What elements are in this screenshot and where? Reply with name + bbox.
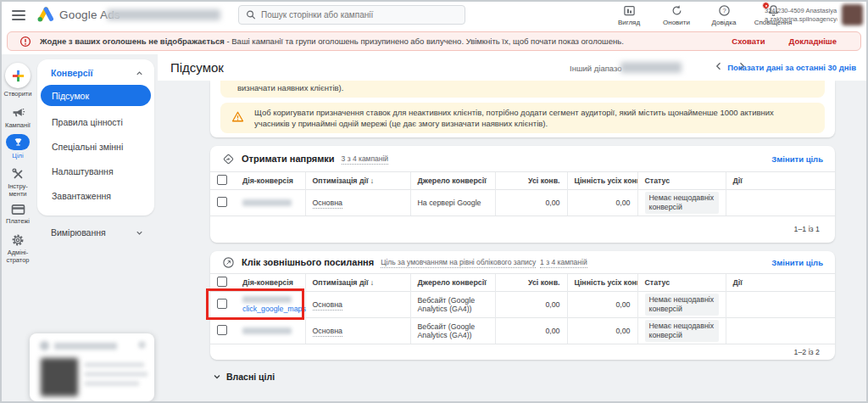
redacted-popup-card (30, 333, 154, 401)
col-conversion-action[interactable]: Дія-конверсія (236, 274, 305, 292)
account-info[interactable]: 324-230-4509 Anastasiya Zak.. a.zakharin… (765, 7, 837, 24)
status-badge: Немає нещодавніх конверсій (645, 294, 719, 316)
conversions-submenu: Конверсії Підсумок Правила цінності Спец… (37, 59, 154, 215)
select-all-checkbox[interactable] (217, 277, 227, 287)
pagination-label: 1–1 із 1 (794, 225, 820, 233)
table-header-row: Дія-конверсія Оптимізація дії ↓ Джерело … (210, 172, 835, 190)
campaigns-count-link[interactable]: 1 з 4 кампаній (540, 258, 587, 268)
col-conversion-value[interactable]: Цінність усіх конв. (567, 172, 637, 190)
col-conversion-value[interactable]: Цінність усіх конв. (567, 274, 637, 292)
page-title: Підсумок (170, 60, 224, 75)
col-conversion-action[interactable]: Дія-конверсія (236, 172, 305, 190)
default-goal-link[interactable]: Ціль за умовчанням на рівні облікового з… (381, 258, 536, 268)
col-all-conversions[interactable]: Усі конв. (495, 172, 567, 190)
conversion-name-link[interactable]: click_google_maps (242, 305, 298, 313)
redacted-account-name (107, 9, 220, 20)
goal-card-outbound-click: Клік зовнішнього посилання Ціль за умовч… (210, 251, 835, 360)
conversions-table: Дія-конверсія Оптимізація дії ↓ Джерело … (210, 273, 835, 344)
avatar[interactable] (842, 4, 863, 25)
pagination: 1–1 із 1 (210, 215, 835, 242)
warning-triangle-icon (231, 110, 244, 123)
redacted-date-range (620, 62, 682, 73)
menu-icon[interactable] (12, 10, 25, 20)
row-checkbox[interactable] (217, 325, 227, 335)
select-all-checkbox[interactable] (217, 175, 227, 185)
goals-trophy-icon (14, 137, 23, 147)
redacted-qr-code (41, 358, 78, 396)
submenu-section-measurement[interactable]: Вимірювання (37, 222, 154, 243)
date-range-label[interactable]: Інший діапазо (570, 64, 622, 73)
view-label: Вигляд (618, 19, 640, 26)
submenu-item-custom-variables[interactable]: Спеціальні змінні (37, 134, 154, 159)
col-optimization[interactable]: Оптимізація дії ↓ (305, 172, 410, 190)
search-icon (246, 9, 256, 20)
sidebar-item-goals[interactable]: Цілі (0, 134, 36, 160)
row-checkbox[interactable] (217, 197, 227, 207)
campaigns-count-link[interactable]: 3 з 4 кампаній (342, 154, 389, 165)
sort-descending-icon[interactable]: ↓ (370, 278, 374, 287)
notice-audience-warning: Щоб коригувати призначення ставок для не… (220, 103, 825, 133)
show-last-30-days-link[interactable]: Показати дані за останні 30 днів (727, 63, 856, 72)
refresh-label: Оновити (663, 19, 690, 26)
optimization-value[interactable]: Основна (313, 327, 342, 337)
help-label: Довідка (712, 19, 737, 26)
col-status[interactable]: Статус (637, 274, 726, 292)
chevron-down-icon (212, 372, 222, 382)
tools-label: Інстру-менти (8, 182, 28, 199)
goals-label: Цілі (12, 152, 23, 160)
goals-selected-pill (6, 134, 30, 150)
billing-label: Платежі (6, 217, 30, 225)
sidebar-item-campaigns[interactable]: Кампанії (0, 105, 36, 129)
hide-alert-button[interactable]: Сховати (732, 36, 765, 46)
sidebar-item-tools[interactable]: Інстру-менти (0, 167, 36, 199)
col-status[interactable]: Статус (637, 172, 726, 190)
search-box[interactable] (238, 5, 465, 25)
sort-descending-icon[interactable]: ↓ (370, 176, 374, 185)
optimization-value[interactable]: Основна (313, 300, 342, 311)
col-source[interactable]: Джерело конверсії (410, 172, 495, 190)
conversions-table: Дія-конверсія Оптимізація дії ↓ Джерело … (210, 171, 835, 215)
custom-goals-label: Власні цілі (226, 372, 275, 382)
page-header: Підсумок Інший діапазо Показати дані за … (158, 54, 868, 81)
date-prev-button[interactable] (714, 61, 724, 71)
row-checkbox[interactable] (217, 299, 227, 309)
sidebar-item-billing[interactable]: Платежі (0, 204, 36, 225)
chevron-up-icon (135, 69, 144, 78)
search-input[interactable] (261, 10, 458, 20)
optimization-value[interactable]: Основна (313, 199, 342, 209)
directions-icon (222, 153, 235, 165)
view-button[interactable]: Вигляд (607, 4, 651, 26)
change-goal-link[interactable]: Змінити ціль (771, 154, 823, 164)
col-all-conversions[interactable]: Усі конв. (495, 274, 567, 292)
custom-goals-toggle[interactable]: Власні цілі (212, 372, 275, 382)
table-row-click-google-maps[interactable]: click_google_maps Основна Вебсайт (Googl… (210, 292, 835, 318)
create-button[interactable]: Створити (0, 63, 36, 98)
submenu-item-summary[interactable]: Підсумок (41, 85, 151, 106)
refresh-icon (670, 4, 683, 17)
redacted-popup-text (85, 362, 144, 367)
change-goal-link[interactable]: Змінити ціль (771, 258, 823, 267)
campaigns-label: Кампанії (5, 121, 31, 129)
all-conversions-value: 0,00 (495, 318, 567, 344)
col-source[interactable]: Джерело конверсії (410, 274, 495, 292)
redacted-conversion-name (242, 199, 292, 206)
submenu-item-value-rules[interactable]: Правила цінності (37, 109, 154, 134)
table-row[interactable]: Основна На сервері Google 0,00 0,00 Нема… (210, 190, 835, 216)
refresh-button[interactable]: Оновити (654, 4, 698, 26)
submenu-item-uploads[interactable]: Завантаження (37, 183, 154, 208)
help-button[interactable]: ? Довідка (702, 4, 746, 26)
all-conversions-value: 0,00 (495, 292, 567, 318)
admin-label: Адміні-стратор (6, 249, 29, 265)
table-header-row: Дія-конверсія Оптимізація дії ↓ Джерело … (210, 274, 835, 292)
alert-details-link[interactable]: Докладніше (789, 36, 837, 46)
table-row[interactable]: Основна Вебсайт (Google Analytics (GA4))… (210, 318, 835, 344)
all-conversions-value: 0,00 (495, 190, 567, 216)
submenu-title-conversions[interactable]: Конверсії (37, 59, 154, 83)
chevron-left-icon (714, 61, 724, 71)
account-id: 324-230-4509 Anastasiya Zak.. (765, 7, 837, 15)
sidebar-item-admin[interactable]: Адміні-стратор (0, 233, 36, 265)
goal-card-directions: Отримати напрямки 3 з 4 кампаній Змінити… (210, 146, 835, 243)
col-optimization[interactable]: Оптимізація дії ↓ (305, 274, 410, 292)
source-value: Вебсайт (Google Analytics (GA4)) (410, 292, 495, 318)
submenu-item-settings[interactable]: Налаштування (37, 159, 154, 183)
